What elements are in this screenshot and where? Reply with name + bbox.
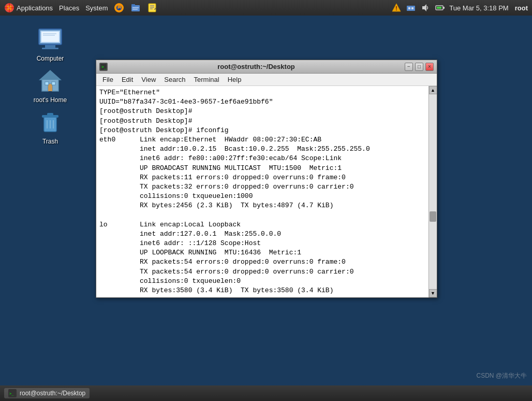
menu-help[interactable]: Help (224, 75, 246, 84)
menu-terminal[interactable]: Terminal (190, 75, 224, 84)
terminal-menubar: File Edit View Search Terminal Help (96, 74, 437, 86)
svg-rect-19 (411, 7, 413, 9)
scroll-up-button[interactable]: ▲ (429, 86, 437, 94)
csdn-watermark: CSDN @清华大牛 (476, 371, 527, 380)
taskbar-bottom: >_ root@ostruth:~/Desktop (0, 385, 532, 401)
computer-icon[interactable]: Computer (29, 26, 71, 62)
svg-rect-9 (132, 7, 139, 8)
texteditor-icon (147, 3, 157, 13)
svg-rect-27 (42, 48, 58, 49)
svg-text:>_: >_ (9, 392, 14, 396)
svg-rect-22 (437, 7, 441, 9)
menu-edit[interactable]: Edit (117, 75, 137, 84)
applications-menu[interactable]: Applications (4, 3, 53, 13)
svg-rect-35 (45, 82, 49, 85)
taskbar-terminal-icon: >_ (8, 389, 17, 397)
system-menu[interactable]: System (85, 4, 108, 12)
terminal-output[interactable]: TYPE="Ethernet" UUID="b87fa347-3c01-4ee3… (96, 86, 428, 297)
svg-rect-17 (407, 6, 415, 11)
menu-file[interactable]: File (98, 75, 117, 84)
places-menu[interactable]: Places (59, 4, 79, 12)
scroll-track[interactable] (429, 94, 437, 289)
applications-icon (4, 3, 14, 13)
svg-rect-38 (47, 113, 53, 116)
taskbar-top-left: Applications Places System (4, 3, 157, 13)
firefox-icon (114, 3, 124, 13)
home-icon[interactable]: root's Home (29, 67, 71, 104)
filemanager-icon (130, 3, 141, 13)
trash-label: Trash (42, 138, 58, 145)
scroll-thumb[interactable] (430, 211, 436, 222)
username: root (515, 4, 528, 12)
scroll-down-button[interactable]: ▼ (429, 289, 437, 297)
terminal-window-icon: >_ (99, 63, 108, 71)
svg-rect-11 (149, 4, 156, 12)
menu-view[interactable]: View (137, 75, 160, 84)
firefox-launcher[interactable] (114, 3, 124, 13)
home-svg (37, 67, 64, 94)
taskbar-window-item[interactable]: >_ root@ostruth:~/Desktop (4, 388, 90, 398)
terminal-window: >_ root@ostruth:~/Desktop − □ × File Edi… (96, 60, 437, 298)
terminal-title: root@ostruth:~/Desktop (108, 63, 405, 70)
volume-icon (420, 3, 431, 13)
network-icon (406, 3, 416, 13)
system-label: System (85, 4, 108, 12)
places-label: Places (59, 4, 79, 12)
svg-rect-28 (41, 32, 59, 42)
svg-text:!: ! (396, 6, 397, 11)
warning-icon: ! (391, 3, 402, 13)
minimize-button[interactable]: − (405, 63, 413, 71)
svg-rect-26 (45, 45, 55, 48)
datetime: Tue Mar 5, 3:18 PM (449, 4, 508, 12)
svg-marker-20 (422, 4, 426, 11)
terminal-titlebar: >_ root@ostruth:~/Desktop − □ × (96, 60, 437, 74)
terminal-content[interactable]: TYPE="Ethernet" UUID="b87fa347-3c01-4ee3… (96, 86, 437, 297)
computer-label: Computer (37, 55, 64, 62)
taskbar-top: Applications Places System (0, 0, 532, 16)
texteditor-launcher[interactable] (147, 3, 157, 13)
taskbar-right: ! Tue Mar 5, 3:18 PM root (391, 3, 528, 13)
battery-icon (435, 3, 445, 13)
filemanager-launcher[interactable] (130, 3, 141, 13)
close-button[interactable]: × (425, 63, 434, 71)
terminal-scrollbar[interactable]: ▲ ▼ (428, 86, 437, 297)
svg-rect-34 (52, 82, 55, 85)
svg-text:>_: >_ (101, 65, 107, 69)
svg-rect-18 (408, 7, 410, 9)
terminal-controls: − □ × (405, 63, 434, 71)
svg-marker-32 (40, 70, 61, 80)
home-label: root's Home (34, 96, 67, 104)
maximize-button[interactable]: □ (415, 63, 423, 71)
taskbar-window-label: root@ostruth:~/Desktop (20, 390, 85, 397)
svg-rect-10 (132, 9, 138, 10)
computer-svg (37, 26, 64, 53)
menu-search[interactable]: Search (160, 75, 189, 84)
svg-rect-8 (131, 4, 135, 6)
applications-label: Applications (17, 4, 53, 12)
trash-icon[interactable]: Trash (29, 109, 71, 145)
trash-svg (37, 109, 64, 136)
svg-rect-23 (443, 7, 445, 9)
